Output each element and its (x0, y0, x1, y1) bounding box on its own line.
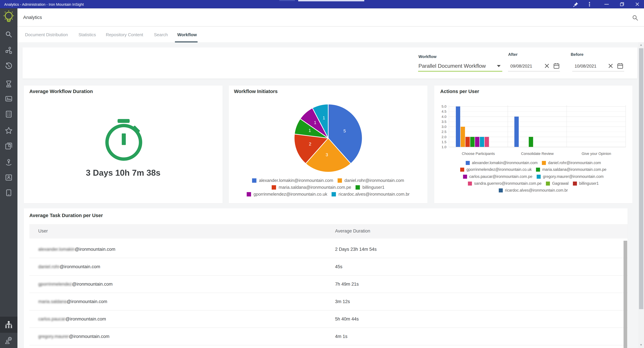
svg-text:1: 1 (308, 128, 311, 133)
svg-text:2: 2 (309, 141, 311, 146)
svg-text:3: 3 (326, 152, 328, 157)
svg-text:1: 1 (314, 120, 316, 125)
svg-text:1: 1 (323, 115, 325, 120)
svg-text:5: 5 (344, 128, 346, 133)
